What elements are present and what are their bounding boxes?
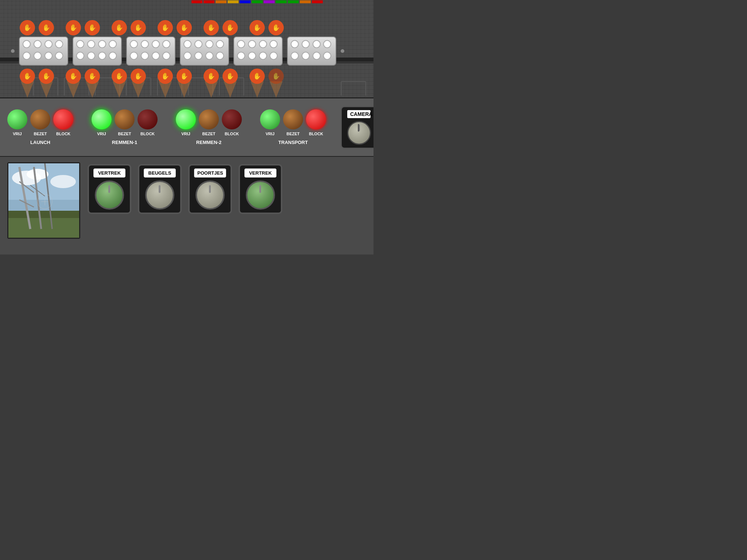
seat [323, 40, 331, 48]
seat [109, 52, 117, 60]
seat [44, 40, 53, 48]
hand-icon-t11: ✋ [249, 20, 265, 35]
hand-with-cone-1: ✋ [18, 69, 36, 84]
hand-icon-b12: ✋ [268, 69, 284, 84]
color-chip-11 [312, 0, 323, 3]
transport-title: TRANSPORT [278, 140, 308, 145]
transport-bezet-light [283, 109, 303, 129]
seat [291, 52, 299, 60]
camera-feed-image [8, 163, 79, 238]
hand-icon-t8: ✋ [177, 20, 192, 35]
remmen1-block-light [138, 109, 158, 129]
transport-lights [260, 109, 326, 129]
hand-icon-b11: ✋ [249, 69, 265, 84]
beugels-button[interactable]: BEUGELS [138, 164, 182, 214]
hand-icon-t4: ✋ [85, 20, 100, 35]
poortjes-label: POORTJES [194, 168, 226, 178]
launch-bezet-label: BEZET [30, 132, 50, 136]
seat [130, 52, 138, 60]
remmen2-vrij-label: VRIJ [176, 132, 196, 136]
status-group-remmen1: VRIJ BEZET BLOCK REMMEN-1 [92, 109, 158, 145]
color-chip-7 [264, 0, 275, 3]
hand-icon-t10: ✋ [222, 20, 238, 35]
seat [109, 40, 117, 48]
seat [183, 52, 191, 60]
train-car-1 [19, 36, 68, 66]
seat [194, 52, 202, 60]
seat [313, 40, 321, 48]
hand-icon-b7: ✋ [158, 69, 173, 84]
remmen1-lights [92, 109, 158, 129]
control-buttons-row: VERTREK BEUGELS POORTJES VERTREK [88, 162, 282, 214]
vertrek1-dial[interactable] [95, 180, 124, 210]
seat [55, 40, 63, 48]
hand-icon-b9: ✋ [204, 69, 219, 84]
train-car-6 [287, 36, 336, 66]
remmen1-block-label: BLOCK [138, 132, 158, 136]
hands-top-row: ✋ ✋ ✋ ✋ ✋ ✋ ✋ ✋ ✋ ✋ ✋ ✋ [18, 20, 370, 35]
hand-icon-b1: ✋ [20, 69, 35, 84]
hand-with-cone-8: ✋ [175, 69, 193, 84]
seat [302, 40, 310, 48]
seat [248, 52, 256, 60]
hand-icon-t3: ✋ [66, 20, 81, 35]
transport-block-label: BLOCK [306, 132, 326, 136]
hand-with-cone-4: ✋ [83, 69, 101, 84]
remmen2-vrij-light [176, 109, 196, 129]
camera-control[interactable]: CAMERA [341, 106, 374, 149]
vertrek2-dial[interactable] [246, 180, 275, 210]
camera-dial[interactable] [347, 121, 371, 145]
seat [183, 40, 191, 48]
remmen1-labels: VRIJ BEZET BLOCK [92, 132, 158, 136]
train-car-4 [180, 36, 229, 66]
hand-icon-b8: ✋ [177, 69, 192, 84]
poortjes-button[interactable]: POORTJES [188, 164, 232, 214]
seat [291, 40, 299, 48]
beugels-label: BEUGELS [144, 168, 176, 178]
seat [76, 40, 84, 48]
seat [270, 40, 278, 48]
hand-icon-b6: ✋ [131, 69, 146, 84]
launch-lights [7, 109, 73, 129]
vertrek1-dial-indicator [108, 185, 110, 193]
track-area: ✋ ✋ ✋ ✋ ✋ ✋ ✋ ✋ ✋ ✋ ✋ ✋ [0, 0, 374, 98]
remmen2-title: REMMEN-2 [196, 140, 221, 145]
color-chip-6 [252, 0, 263, 3]
svg-point-4 [50, 175, 76, 188]
status-group-transport: VRIJ BEZET BLOCK TRANSPORT [260, 109, 326, 145]
seat [302, 52, 310, 60]
seat [76, 52, 84, 60]
seat [23, 40, 31, 48]
remmen1-title: REMMEN-1 [112, 140, 137, 145]
beugels-dial[interactable] [145, 180, 174, 210]
transport-vrij-light [260, 109, 280, 129]
color-chip-10 [300, 0, 311, 3]
hand-icon-b10: ✋ [222, 69, 238, 84]
camera-dial-indicator [358, 125, 360, 131]
rail-end-right [341, 49, 344, 53]
vertrek2-label: VERTREK [244, 168, 276, 178]
hand-icon-t12: ✋ [268, 20, 284, 35]
remmen1-bezet-light [115, 109, 135, 129]
poortjes-dial[interactable] [196, 180, 225, 210]
transport-labels: VRIJ BEZET BLOCK [260, 132, 326, 136]
seat [98, 52, 106, 60]
remmen2-bezet-label: BEZET [199, 132, 219, 136]
vertrek1-button[interactable]: VERTREK [88, 164, 131, 214]
seat [162, 52, 170, 60]
hand-icon-t1: ✋ [20, 20, 35, 35]
status-group-launch: VRIJ BEZET BLOCK LAUNCH [7, 109, 73, 145]
remmen2-lights [176, 109, 242, 129]
hand-icon-t7: ✋ [158, 20, 173, 35]
color-chip-3 [216, 0, 227, 3]
vertrek2-button[interactable]: VERTREK [239, 164, 282, 214]
launch-bezet-light [30, 109, 50, 129]
color-chip-9 [288, 0, 299, 3]
status-panel: VRIJ BEZET BLOCK LAUNCH VRIJ BEZET BLOCK… [0, 98, 374, 157]
seat [313, 52, 321, 60]
seat [87, 40, 95, 48]
launch-labels: VRIJ BEZET BLOCK [7, 132, 73, 136]
hand-with-cone-7: ✋ [156, 69, 174, 84]
remmen1-bezet-label: BEZET [115, 132, 135, 136]
seat [141, 52, 149, 60]
